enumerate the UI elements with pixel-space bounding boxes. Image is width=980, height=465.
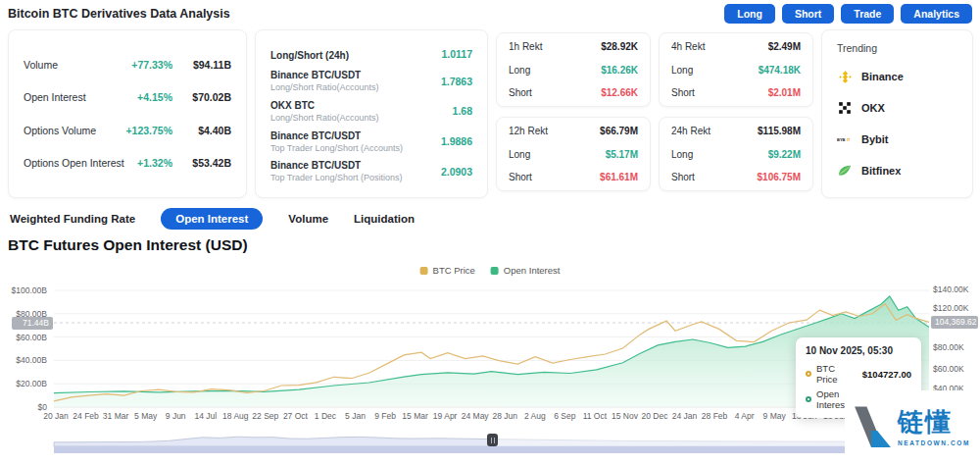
rekt-title: 24h Rekt <box>671 126 710 136</box>
rekt-long-label: Long <box>671 65 693 76</box>
open-interest-swatch <box>491 267 499 275</box>
rekt-short-value: $61.61M <box>600 172 638 182</box>
legend-btc-price[interactable]: BTC Price <box>420 265 475 276</box>
trending-item-okx[interactable]: OKX <box>837 99 957 117</box>
short-button[interactable]: Short <box>782 4 834 24</box>
rekt-short-label: Short <box>509 87 532 98</box>
y-axis-label-right: $80.00K <box>933 342 964 352</box>
rekt-long-value: $16.26K <box>601 65 638 76</box>
x-axis-label: 24 Feb <box>73 411 99 421</box>
x-axis-label: 11 Oct <box>583 411 608 421</box>
x-axis-label: 24 Jan <box>672 411 698 421</box>
x-axis-label: 28 Feb <box>702 411 728 421</box>
navigator-handle[interactable] <box>487 434 498 446</box>
x-axis-label: 18 Aug <box>222 411 249 421</box>
tab-liquidation[interactable]: Liquidation <box>354 213 415 225</box>
stat-change: +77.33% <box>131 59 172 71</box>
main-chart[interactable]: $100.00B$80.00B$60.00B$40.00B$20.00B$0$1… <box>0 261 980 430</box>
chart-navigator[interactable] <box>0 428 980 457</box>
x-axis-label: 9 Feb <box>374 411 396 421</box>
rekt-total: $115.98M <box>758 126 801 136</box>
rekt-long-value: $474.18K <box>759 65 801 76</box>
y-axis-label-left: $40.00B <box>16 355 47 365</box>
x-axis-label: 28 Jun <box>492 411 517 421</box>
stat-row-volume: Volume +77.33% $94.11B <box>24 59 231 71</box>
analytics-button[interactable]: Analytics <box>901 4 972 24</box>
y-axis-label-left: $20.00B <box>16 379 47 388</box>
trending-item-binance[interactable]: Binance <box>837 68 957 85</box>
rekt-short-value: $12.66K <box>601 87 638 98</box>
stat-row-options-open-interest: Options Open Interest +1.32% $53.42B <box>24 157 231 169</box>
x-axis-label: 1 Dec <box>315 411 337 421</box>
legend-open-interest[interactable]: Open Interest <box>491 265 561 276</box>
rekt-title: 4h Rekt <box>671 41 705 52</box>
market-stats-card: Volume +77.33% $94.11B Open Interest +4.… <box>8 29 247 198</box>
ratio-label: Binance BTC/USDT <box>270 70 441 80</box>
chart-legend: BTC Price Open Interest <box>420 265 561 276</box>
legend-label: Open Interest <box>504 265 561 276</box>
x-axis-label: 24 May <box>462 411 490 421</box>
ratio-row: Binance BTC/USDT Top Trader Long/Short (… <box>270 130 472 153</box>
tooltip-series-value: $104727.00 <box>862 369 911 380</box>
rekt-long-label: Long <box>671 149 693 160</box>
ratio-row: Binance BTC/USDT Long/Short Ratio(Accoun… <box>270 70 472 92</box>
stat-change: +4.15% <box>137 91 172 103</box>
rekt-long-label: Long <box>509 149 530 160</box>
page-title: Bitcoin BTC Derivatives Data Analysis <box>8 7 230 21</box>
rekt-card-4h: 4h Rekt$2.49M Long$474.18K Short$2.01M <box>659 32 813 107</box>
stat-label: Options Open Interest <box>24 157 137 169</box>
ratio-value: 1.9886 <box>441 135 472 147</box>
long-short-ratio-card: Long/Short (24h) 1.0117 Binance BTC/USDT… <box>255 29 488 198</box>
btc-price-dot <box>806 371 811 377</box>
exchange-name: Bitfinex <box>861 165 901 177</box>
x-axis-label: 31 Mar <box>103 411 129 421</box>
y-axis-label-right: $120.00K <box>933 303 969 313</box>
current-oi-badge: 71.44B <box>12 317 53 330</box>
x-axis-label: 19 Apr <box>433 411 458 421</box>
stat-value: $53.42B <box>184 157 231 169</box>
chart-tabs: Weighted Funding Rate Open Interest Volu… <box>10 206 415 231</box>
long-button[interactable]: Long <box>724 4 775 24</box>
stat-label: Options Volume <box>24 125 125 136</box>
x-axis-label: 5 Jan <box>345 411 366 421</box>
ratio-value: 1.7863 <box>441 76 472 87</box>
btc-price-swatch <box>420 267 428 275</box>
ratio-sublabel: Top Trader Long/Short (Positions) <box>270 173 441 182</box>
chart-section-title: BTC Futures Open Interest (USD) <box>8 236 248 254</box>
stat-value: $70.02B <box>184 91 231 103</box>
x-axis-label: 22 Sep <box>252 411 278 421</box>
okx-icon <box>837 100 853 116</box>
legend-label: BTC Price <box>433 265 475 276</box>
y-axis-label-right: $60.00K <box>933 364 964 374</box>
ratio-value: 1.0117 <box>441 48 472 60</box>
tab-open-interest[interactable]: Open Interest <box>161 208 263 230</box>
watermark-domain-text: NEATDOWN.COM <box>898 439 970 446</box>
y-axis-label-left: $100.00B <box>12 285 48 295</box>
trending-card: Trending Binance OKX BYBIT Bybit Bitfine… <box>821 29 973 198</box>
x-axis-label: 6 Sep <box>554 411 575 421</box>
trade-button[interactable]: Trade <box>841 4 894 24</box>
trending-item-bitfinex[interactable]: Bitfinex <box>837 162 957 180</box>
tooltip-date: 10 Nov 2025, 05:30 <box>806 345 911 356</box>
ratio-label: OKX BTC <box>270 100 453 111</box>
header-buttons: Long Short Trade Analytics <box>724 4 972 24</box>
x-axis-label: 20 Dec <box>642 411 669 421</box>
x-axis-label: 15 Nov <box>612 411 639 421</box>
rekt-short-label: Short <box>509 172 532 182</box>
navigator-bar[interactable] <box>54 446 929 453</box>
tab-volume[interactable]: Volume <box>288 213 328 225</box>
watermark-cn-text: 链懂 <box>898 409 970 436</box>
trending-item-bybit[interactable]: BYBIT Bybit <box>837 130 957 148</box>
x-axis-label: 5 May <box>134 411 158 421</box>
header: Bitcoin BTC Derivatives Data Analysis Lo… <box>0 0 980 27</box>
bitfinex-icon <box>837 163 853 179</box>
binance-icon <box>837 69 853 84</box>
x-axis-label: 9 Jun <box>166 411 186 421</box>
open-interest-dot <box>806 396 811 402</box>
ratio-sublabel: Long/Short Ratio(Accounts) <box>270 113 453 123</box>
stat-label: Volume <box>24 59 131 71</box>
ratio-row: OKX BTC Long/Short Ratio(Accounts) 1.68 <box>270 100 472 123</box>
tab-weighted-funding-rate[interactable]: Weighted Funding Rate <box>10 213 135 225</box>
rekt-long-value: $5.17M <box>606 149 638 160</box>
y-axis-label-right: $140.00K <box>933 284 969 294</box>
